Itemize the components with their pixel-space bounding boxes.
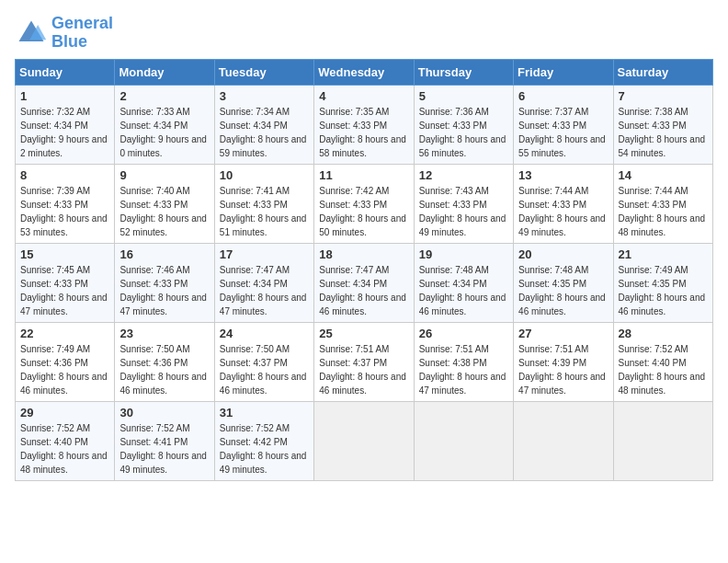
- day-info: Sunrise: 7:48 AM Sunset: 4:34 PM Dayligh…: [419, 263, 508, 318]
- day-number: 1: [20, 89, 109, 103]
- calendar-table: SundayMondayTuesdayWednesdayThursdayFrid…: [15, 59, 713, 481]
- day-cell: 10 Sunrise: 7:41 AM Sunset: 4:33 PM Dayl…: [214, 164, 313, 243]
- day-number: 29: [20, 406, 109, 419]
- col-header-wednesday: Wednesday: [314, 59, 414, 85]
- day-number: 24: [220, 327, 309, 340]
- day-info: Sunrise: 7:39 AM Sunset: 4:33 PM Dayligh…: [20, 184, 109, 239]
- col-header-monday: Monday: [115, 59, 214, 85]
- day-number: 5: [419, 89, 508, 103]
- day-info: Sunrise: 7:50 AM Sunset: 4:36 PM Dayligh…: [119, 342, 209, 397]
- day-info: Sunrise: 7:33 AM Sunset: 4:34 PM Dayligh…: [119, 105, 209, 160]
- day-number: 22: [20, 327, 109, 340]
- day-info: Sunrise: 7:52 AM Sunset: 4:41 PM Dayligh…: [119, 421, 209, 477]
- logo-text: General Blue: [51, 15, 113, 52]
- day-cell: 15 Sunrise: 7:45 AM Sunset: 4:33 PM Dayl…: [16, 243, 115, 322]
- day-info: Sunrise: 7:51 AM Sunset: 4:39 PM Dayligh…: [518, 342, 608, 397]
- week-row-3: 15 Sunrise: 7:45 AM Sunset: 4:33 PM Dayl…: [16, 243, 713, 322]
- day-number: 13: [518, 168, 608, 182]
- col-header-friday: Friday: [514, 59, 613, 85]
- day-number: 12: [419, 168, 508, 182]
- day-info: Sunrise: 7:43 AM Sunset: 4:33 PM Dayligh…: [419, 184, 508, 239]
- day-info: Sunrise: 7:51 AM Sunset: 4:38 PM Dayligh…: [419, 342, 508, 397]
- day-info: Sunrise: 7:34 AM Sunset: 4:34 PM Dayligh…: [220, 105, 309, 160]
- day-cell: 6 Sunrise: 7:37 AM Sunset: 4:33 PM Dayli…: [514, 85, 613, 164]
- day-cell: 22 Sunrise: 7:49 AM Sunset: 4:36 PM Dayl…: [16, 322, 115, 401]
- col-header-saturday: Saturday: [613, 59, 712, 85]
- logo-icon: [15, 17, 48, 50]
- day-cell: 17 Sunrise: 7:47 AM Sunset: 4:34 PM Dayl…: [214, 243, 313, 322]
- day-cell: 5 Sunrise: 7:36 AM Sunset: 4:33 PM Dayli…: [414, 85, 513, 164]
- day-cell: 24 Sunrise: 7:50 AM Sunset: 4:37 PM Dayl…: [214, 322, 313, 401]
- day-number: 17: [220, 247, 309, 261]
- day-cell: 31 Sunrise: 7:52 AM Sunset: 4:42 PM Dayl…: [214, 401, 313, 480]
- day-number: 28: [619, 327, 708, 340]
- day-info: Sunrise: 7:36 AM Sunset: 4:33 PM Dayligh…: [419, 105, 508, 160]
- header-row: SundayMondayTuesdayWednesdayThursdayFrid…: [16, 59, 713, 85]
- day-number: 6: [518, 89, 608, 103]
- day-number: 23: [119, 327, 209, 340]
- day-cell: [514, 401, 613, 480]
- day-cell: 19 Sunrise: 7:48 AM Sunset: 4:34 PM Dayl…: [414, 243, 513, 322]
- day-info: Sunrise: 7:49 AM Sunset: 4:36 PM Dayligh…: [20, 342, 109, 397]
- day-cell: 3 Sunrise: 7:34 AM Sunset: 4:34 PM Dayli…: [214, 85, 313, 164]
- day-info: Sunrise: 7:35 AM Sunset: 4:33 PM Dayligh…: [319, 105, 408, 160]
- day-number: 2: [119, 89, 209, 103]
- day-number: 21: [619, 247, 708, 261]
- day-cell: 23 Sunrise: 7:50 AM Sunset: 4:36 PM Dayl…: [115, 322, 214, 401]
- col-header-sunday: Sunday: [16, 59, 115, 85]
- day-cell: 8 Sunrise: 7:39 AM Sunset: 4:33 PM Dayli…: [16, 164, 115, 243]
- day-info: Sunrise: 7:40 AM Sunset: 4:33 PM Dayligh…: [119, 184, 209, 239]
- day-number: 20: [518, 247, 608, 261]
- day-info: Sunrise: 7:38 AM Sunset: 4:33 PM Dayligh…: [619, 105, 708, 160]
- day-cell: [414, 401, 513, 480]
- day-number: 25: [319, 327, 408, 340]
- day-info: Sunrise: 7:52 AM Sunset: 4:42 PM Dayligh…: [220, 421, 309, 477]
- day-info: Sunrise: 7:46 AM Sunset: 4:33 PM Dayligh…: [119, 263, 209, 318]
- day-number: 30: [119, 406, 209, 419]
- logo: General Blue: [15, 15, 113, 52]
- day-cell: [314, 401, 414, 480]
- day-info: Sunrise: 7:42 AM Sunset: 4:33 PM Dayligh…: [319, 184, 408, 239]
- day-cell: 1 Sunrise: 7:32 AM Sunset: 4:34 PM Dayli…: [16, 85, 115, 164]
- day-cell: 26 Sunrise: 7:51 AM Sunset: 4:38 PM Dayl…: [414, 322, 513, 401]
- day-number: 3: [220, 89, 309, 103]
- day-cell: 7 Sunrise: 7:38 AM Sunset: 4:33 PM Dayli…: [613, 85, 712, 164]
- day-cell: 30 Sunrise: 7:52 AM Sunset: 4:41 PM Dayl…: [115, 401, 214, 480]
- week-row-4: 22 Sunrise: 7:49 AM Sunset: 4:36 PM Dayl…: [16, 322, 713, 401]
- week-row-2: 8 Sunrise: 7:39 AM Sunset: 4:33 PM Dayli…: [16, 164, 713, 243]
- day-number: 7: [619, 89, 708, 103]
- day-info: Sunrise: 7:47 AM Sunset: 4:34 PM Dayligh…: [319, 263, 408, 318]
- day-number: 4: [319, 89, 408, 103]
- day-cell: [613, 401, 712, 480]
- week-row-1: 1 Sunrise: 7:32 AM Sunset: 4:34 PM Dayli…: [16, 85, 713, 164]
- day-info: Sunrise: 7:45 AM Sunset: 4:33 PM Dayligh…: [20, 263, 109, 318]
- day-info: Sunrise: 7:44 AM Sunset: 4:33 PM Dayligh…: [619, 184, 708, 239]
- day-cell: 18 Sunrise: 7:47 AM Sunset: 4:34 PM Dayl…: [314, 243, 414, 322]
- day-info: Sunrise: 7:48 AM Sunset: 4:35 PM Dayligh…: [518, 263, 608, 318]
- day-cell: 11 Sunrise: 7:42 AM Sunset: 4:33 PM Dayl…: [314, 164, 414, 243]
- day-number: 10: [220, 168, 309, 182]
- day-info: Sunrise: 7:41 AM Sunset: 4:33 PM Dayligh…: [220, 184, 309, 239]
- day-info: Sunrise: 7:52 AM Sunset: 4:40 PM Dayligh…: [20, 421, 109, 477]
- day-cell: 21 Sunrise: 7:49 AM Sunset: 4:35 PM Dayl…: [613, 243, 712, 322]
- day-cell: 16 Sunrise: 7:46 AM Sunset: 4:33 PM Dayl…: [115, 243, 214, 322]
- day-cell: 13 Sunrise: 7:44 AM Sunset: 4:33 PM Dayl…: [514, 164, 613, 243]
- day-number: 8: [20, 168, 109, 182]
- day-number: 19: [419, 247, 508, 261]
- col-header-thursday: Thursday: [414, 59, 513, 85]
- day-number: 18: [319, 247, 408, 261]
- day-cell: 25 Sunrise: 7:51 AM Sunset: 4:37 PM Dayl…: [314, 322, 414, 401]
- day-info: Sunrise: 7:49 AM Sunset: 4:35 PM Dayligh…: [619, 263, 708, 318]
- day-info: Sunrise: 7:32 AM Sunset: 4:34 PM Dayligh…: [20, 105, 109, 160]
- day-info: Sunrise: 7:51 AM Sunset: 4:37 PM Dayligh…: [319, 342, 408, 397]
- day-cell: 9 Sunrise: 7:40 AM Sunset: 4:33 PM Dayli…: [115, 164, 214, 243]
- day-info: Sunrise: 7:37 AM Sunset: 4:33 PM Dayligh…: [518, 105, 608, 160]
- day-number: 16: [119, 247, 209, 261]
- day-cell: 29 Sunrise: 7:52 AM Sunset: 4:40 PM Dayl…: [16, 401, 115, 480]
- day-number: 27: [518, 327, 608, 340]
- day-cell: 14 Sunrise: 7:44 AM Sunset: 4:33 PM Dayl…: [613, 164, 712, 243]
- week-row-5: 29 Sunrise: 7:52 AM Sunset: 4:40 PM Dayl…: [16, 401, 713, 480]
- header: General Blue: [15, 15, 713, 52]
- day-number: 11: [319, 168, 408, 182]
- day-cell: 2 Sunrise: 7:33 AM Sunset: 4:34 PM Dayli…: [115, 85, 214, 164]
